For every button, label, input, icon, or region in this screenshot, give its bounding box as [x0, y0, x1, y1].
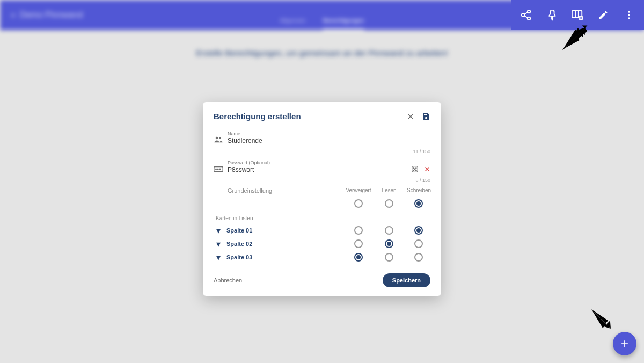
password-label: Passwort (Optional)	[228, 161, 407, 165]
tab-permissions[interactable]: Berechtigungen	[323, 17, 364, 30]
more-icon[interactable]	[623, 9, 635, 21]
row01-write-radio[interactable]	[414, 226, 423, 235]
svg-point-19	[219, 169, 221, 170]
people-icon	[214, 136, 223, 146]
base-deny-radio[interactable]	[354, 199, 363, 208]
name-label: Name	[228, 132, 430, 136]
chevron-down-icon[interactable]: ▾	[214, 252, 223, 263]
base-write-radio[interactable]	[414, 199, 423, 208]
chevron-down-icon[interactable]: ▾	[214, 239, 223, 249]
svg-point-14	[216, 137, 218, 140]
svg-point-15	[219, 137, 221, 139]
board-settings-icon[interactable]	[571, 9, 584, 21]
plus-icon: +	[621, 336, 628, 351]
svg-point-17	[216, 169, 217, 170]
cards-in-lists-label: Karten in Listen	[216, 215, 430, 221]
svg-point-2	[528, 17, 531, 20]
svg-point-22	[415, 167, 416, 168]
close-icon[interactable]	[407, 113, 414, 120]
back-icon[interactable]: «	[11, 10, 16, 20]
tab-general[interactable]: Allgemein	[280, 17, 305, 30]
create-permission-dialog: Berechtigung erstellen Name Studierend	[203, 102, 441, 296]
cursor-indicator-top	[561, 21, 591, 52]
col-deny: Verweigert	[346, 187, 371, 193]
password-field-row: Passwort (Optional) P8sswort	[214, 158, 430, 176]
edit-icon[interactable]	[597, 9, 610, 21]
row02-read-radio[interactable]	[385, 239, 393, 248]
base-setting-label: Grundeinstellung	[228, 187, 346, 194]
randomize-icon[interactable]	[411, 165, 419, 173]
dialog-title: Berechtigung erstellen	[214, 112, 301, 121]
name-counter: 11 / 150	[214, 149, 430, 154]
row01-read-radio[interactable]	[385, 226, 393, 235]
page-title: Demo Pinnwand	[20, 10, 83, 20]
col-read: Lesen	[381, 187, 397, 193]
svg-point-0	[528, 10, 531, 13]
save-button[interactable]: Speichern	[383, 273, 430, 287]
fab-add-button[interactable]: +	[613, 332, 636, 355]
row-spalte-01: ▾ Spalte 01	[214, 226, 430, 236]
svg-point-10	[628, 14, 630, 16]
row-label-03[interactable]: Spalte 03	[226, 254, 346, 260]
share-icon[interactable]	[519, 9, 532, 21]
clear-password-icon[interactable]	[424, 166, 430, 172]
cursor-indicator-bottom	[585, 303, 617, 335]
password-input[interactable]: P8sswort	[228, 165, 407, 175]
row-label-01[interactable]: Spalte 01	[226, 227, 346, 234]
svg-point-24	[415, 170, 416, 171]
svg-point-11	[628, 17, 630, 19]
svg-line-3	[524, 12, 528, 14]
row-spalte-03: ▾ Spalte 03	[214, 252, 430, 263]
svg-point-9	[628, 11, 630, 13]
topbar-tabs: Allgemein Berechtigungen	[280, 17, 364, 30]
svg-marker-31	[591, 309, 611, 329]
row-spalte-02: ▾ Spalte 02	[214, 239, 430, 249]
row03-write-radio[interactable]	[414, 253, 423, 262]
name-input[interactable]: Studierende	[228, 136, 430, 146]
col-write: Schreiben	[407, 187, 430, 193]
row02-deny-radio[interactable]	[354, 239, 363, 248]
row03-deny-radio[interactable]	[354, 253, 363, 262]
row01-deny-radio[interactable]	[354, 226, 363, 235]
password-counter: 8 / 150	[214, 178, 430, 183]
svg-line-4	[524, 16, 528, 18]
svg-point-21	[413, 167, 414, 168]
base-read-radio[interactable]	[385, 199, 393, 208]
chevron-down-icon[interactable]: ▾	[214, 226, 223, 236]
svg-point-25	[414, 169, 415, 170]
row02-write-radio[interactable]	[414, 239, 423, 248]
svg-point-23	[413, 170, 414, 171]
page-subheading: Erstelle Berechtigungen, um gemeinsam an…	[0, 48, 644, 57]
password-icon	[214, 166, 223, 175]
row03-read-radio[interactable]	[385, 253, 393, 262]
svg-point-1	[522, 13, 525, 17]
pin-icon[interactable]	[545, 9, 558, 21]
svg-point-18	[218, 169, 219, 170]
base-setting-row	[214, 199, 430, 208]
name-field-row: Name Studierende	[214, 129, 430, 147]
permissions-header: Grundeinstellung Verweigert Lesen Schrei…	[214, 187, 430, 194]
cancel-button[interactable]: Abbrechen	[214, 277, 242, 284]
row-label-02[interactable]: Spalte 02	[226, 241, 346, 247]
save-disk-icon[interactable]	[422, 112, 430, 121]
